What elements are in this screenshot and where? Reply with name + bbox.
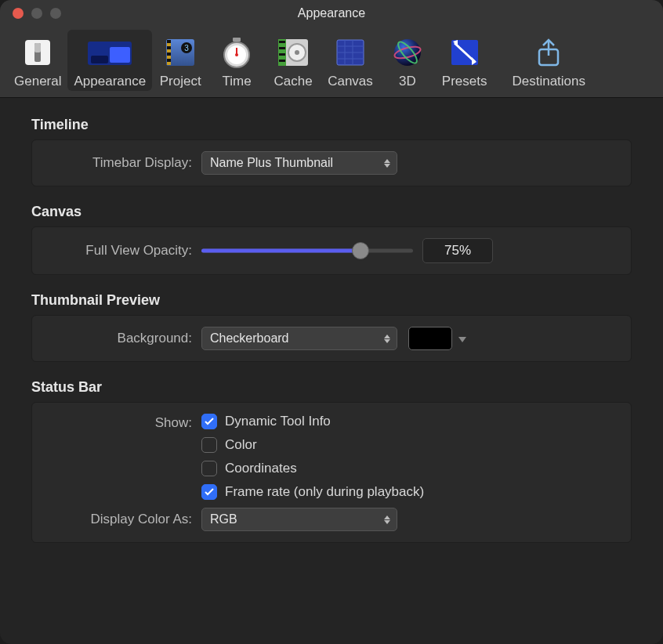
share-icon xyxy=(534,34,563,71)
check-frame-rate[interactable]: Frame rate (only during playback) xyxy=(201,484,618,500)
checkbox[interactable] xyxy=(201,461,217,476)
check-color[interactable]: Color xyxy=(201,437,618,453)
popup-arrows-icon xyxy=(384,516,390,524)
full-view-opacity-slider[interactable] xyxy=(201,241,413,261)
svg-point-19 xyxy=(235,53,238,56)
svg-rect-25 xyxy=(279,60,285,62)
full-view-opacity-value[interactable]: 75% xyxy=(422,238,493,263)
section-timeline: Timebar Display: Name Plus Thumbnail xyxy=(31,139,632,186)
display-color-as-label: Display Color As: xyxy=(45,512,201,527)
timebar-display-popup[interactable]: Name Plus Thumbnail xyxy=(201,151,397,175)
svg-rect-22 xyxy=(279,41,285,43)
svg-marker-47 xyxy=(384,516,390,519)
switch-icon xyxy=(24,34,52,71)
svg-rect-15 xyxy=(233,38,241,42)
svg-marker-44 xyxy=(384,335,390,338)
window-title: Appearance xyxy=(298,6,365,20)
window-controls xyxy=(13,8,61,19)
chevron-down-icon[interactable] xyxy=(458,331,466,346)
section-thumbnail: Background: Checkerboard xyxy=(31,315,632,362)
tab-project[interactable]: 3 Project xyxy=(152,30,208,91)
preferences-toolbar: General Appearance 3 Project Time Cache xyxy=(0,27,663,98)
tab-3d[interactable]: 3D xyxy=(379,30,436,91)
appearance-icon xyxy=(86,34,133,71)
svg-point-27 xyxy=(295,50,299,55)
minimize-window-button[interactable] xyxy=(31,8,42,19)
titlebar: Appearance xyxy=(0,0,663,27)
svg-marker-48 xyxy=(384,520,390,524)
tab-general[interactable]: General xyxy=(8,30,67,91)
full-view-opacity-label: Full View Opacity: xyxy=(45,243,201,259)
slider-thumb[interactable] xyxy=(352,242,369,259)
close-window-button[interactable] xyxy=(13,8,24,19)
content-area: Timeline Timebar Display: Name Plus Thum… xyxy=(0,98,663,579)
popup-arrows-icon xyxy=(384,335,390,343)
tab-destinations[interactable]: Destinations xyxy=(505,30,592,91)
timebar-display-label: Timebar Display: xyxy=(45,155,201,171)
section-canvas: Full View Opacity: 75% xyxy=(31,226,632,275)
section-title-statusbar: Status Bar xyxy=(31,379,632,396)
svg-rect-4 xyxy=(110,47,130,63)
background-popup[interactable]: Checkerboard xyxy=(201,327,397,350)
sphere-icon xyxy=(392,34,423,71)
section-statusbar: Show: Dynamic Tool Info Color xyxy=(31,402,632,543)
presets-icon xyxy=(450,34,480,71)
section-title-canvas: Canvas xyxy=(31,204,632,220)
svg-rect-12 xyxy=(167,46,171,49)
svg-rect-14 xyxy=(167,59,171,62)
cache-icon xyxy=(277,34,310,71)
section-title-timeline: Timeline xyxy=(31,117,632,133)
svg-marker-43 xyxy=(384,164,390,168)
svg-rect-2 xyxy=(34,43,41,52)
popup-arrows-icon xyxy=(384,159,390,168)
checkbox[interactable] xyxy=(201,414,217,429)
svg-rect-11 xyxy=(167,40,171,43)
zoom-window-button[interactable] xyxy=(50,8,61,19)
checkbox[interactable] xyxy=(201,484,217,500)
svg-rect-23 xyxy=(279,47,285,49)
tab-presets[interactable]: Presets xyxy=(436,30,494,91)
preferences-window: Appearance General Appearance 3 Project xyxy=(0,0,663,644)
stopwatch-icon xyxy=(222,34,252,71)
svg-rect-24 xyxy=(279,53,285,56)
svg-rect-13 xyxy=(167,52,171,56)
tab-time[interactable]: Time xyxy=(208,30,265,91)
svg-rect-5 xyxy=(91,56,108,63)
checkbox[interactable] xyxy=(201,437,217,453)
project-icon: 3 xyxy=(165,34,196,71)
svg-marker-42 xyxy=(384,159,390,163)
tab-appearance[interactable]: Appearance xyxy=(67,30,152,91)
svg-text:3: 3 xyxy=(184,44,189,52)
show-label: Show: xyxy=(45,414,201,431)
check-coordinates[interactable]: Coordinates xyxy=(201,461,618,476)
display-color-as-popup[interactable]: RGB xyxy=(201,508,397,531)
tab-canvas[interactable]: Canvas xyxy=(321,30,379,91)
background-label: Background: xyxy=(45,331,201,346)
background-color-well[interactable] xyxy=(408,327,452,350)
svg-marker-45 xyxy=(384,339,390,343)
svg-marker-46 xyxy=(458,337,466,342)
section-title-thumbnail: Thumbnail Preview xyxy=(31,292,632,309)
tab-cache[interactable]: Cache xyxy=(265,30,321,91)
check-dynamic-tool-info[interactable]: Dynamic Tool Info xyxy=(201,414,618,429)
canvas-icon xyxy=(335,34,365,71)
